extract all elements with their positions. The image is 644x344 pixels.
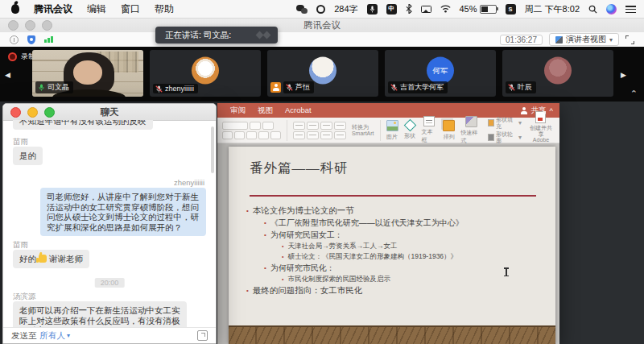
powerpoint-window: 审阅 视图 Acrobat 共享 ^ 转换为 SmartArt xyxy=(217,103,559,344)
participant-tile-siwenjing[interactable]: 司文晶 xyxy=(32,50,143,97)
participant-name: 叶辰 xyxy=(518,82,532,93)
meeting-window-title: 腾讯会议 xyxy=(0,19,644,31)
view-mode-button[interactable]: 演讲者视图 ▾ xyxy=(549,33,619,46)
bullet-item: •为何研究市民化： xyxy=(246,262,544,274)
paragraph-group[interactable] xyxy=(293,122,346,139)
wechat-icon[interactable] xyxy=(296,5,308,14)
font-group[interactable] xyxy=(222,122,281,139)
convert-smartart-button[interactable]: 转换为 SmartArt xyxy=(352,124,374,136)
shape-fill-label: 形状填充 xyxy=(496,117,517,130)
sender-name: zhenyiiiiii xyxy=(174,178,204,187)
app-ring-icon[interactable] xyxy=(316,5,325,14)
menu-window[interactable]: 窗口 xyxy=(121,2,140,16)
collapse-strip-chevron[interactable]: ⌃ xyxy=(630,89,638,99)
slide-title: 番外篇——科研 xyxy=(250,160,349,177)
chat-messages[interactable]: 不知道年谱中有没有该运动的反映 苗雨 是的 zhenyiiiiii 司老师您好，… xyxy=(3,120,216,328)
text-box-button[interactable]: 文本框 xyxy=(422,116,438,144)
dictation-icon[interactable] xyxy=(367,4,378,15)
bluetooth-icon[interactable] xyxy=(406,4,412,14)
bullet-item: •市民化制度探索的民国经验及启示 xyxy=(246,274,544,284)
chevron-down-icon: ▾ xyxy=(609,36,613,44)
security-shield-icon[interactable] xyxy=(27,35,35,44)
adobe-pdf-icon xyxy=(535,111,546,123)
speaking-toast: 正在讲话: 司文晶: xyxy=(155,27,278,44)
apple-menu-icon[interactable] xyxy=(11,4,19,14)
message-bubble: 老师可以再介绍一下在新生活运动中女工实际上对这些政策有什么反应吗，有没有消极的反… xyxy=(13,301,187,328)
wifi-icon[interactable] xyxy=(440,5,451,13)
menu-help[interactable]: 帮助 xyxy=(155,2,174,16)
slide-bullet-list: •本论文作为博士论文的一节 •《工厂依附型市民化研究——以近代天津女工为中心》 … xyxy=(246,205,544,296)
shape-outline-label: 形状轮廓 xyxy=(496,131,517,144)
quick-styles-button[interactable]: 快速样式 xyxy=(460,116,481,145)
message-text: 谢谢老师 xyxy=(49,254,83,263)
clock-status[interactable]: 周二 下午8:02 xyxy=(525,3,580,15)
shape-icon xyxy=(403,119,416,132)
ribbon-divider xyxy=(287,120,287,141)
quick-styles-label: 快速样式 xyxy=(460,129,481,145)
text-box-icon xyxy=(423,116,435,126)
insert-picture-button[interactable]: 图片 xyxy=(386,120,398,141)
slide-canvas-area: 番外篇——科研 •本论文作为博士论文的一节 •《工厂依附型市民化研究——以近代天… xyxy=(217,143,559,344)
chat-scrollbar[interactable] xyxy=(211,126,214,173)
tab-review[interactable]: 审阅 xyxy=(230,106,246,116)
input-language-icon[interactable]: 中 xyxy=(386,4,397,15)
chat-window: 聊天 不知道年谱中有没有该运动的反映 苗雨 是的 zhenyiiiiii 司老师… xyxy=(2,103,217,344)
slide-title-rule xyxy=(250,195,536,197)
shape-fill-button[interactable]: 形状填充 ▾ xyxy=(488,117,522,130)
next-participants-arrow[interactable]: ▶ xyxy=(621,71,626,79)
screen-mirroring-icon[interactable] xyxy=(421,6,431,13)
chat-title: 聊天 xyxy=(3,106,216,118)
bullet-item: •硕士论文：《民国天津女工的形象建构（1919-1936）》 xyxy=(246,251,544,262)
meeting-toolbar: 01:36:27 演讲者视图 ▾ xyxy=(0,32,644,48)
shape-outline-button[interactable]: 形状轮廓 ▾ xyxy=(488,131,522,144)
menu-app-name[interactable]: 腾讯会议 xyxy=(34,2,72,16)
slide[interactable]: 番外篇——科研 •本论文作为博士论文的一节 •《工厂依附型市民化研究——以近代天… xyxy=(229,147,555,344)
sogou-input-icon[interactable]: S xyxy=(506,4,516,15)
bullet-item: •为何研究民国女工： xyxy=(246,229,544,241)
brush-icon xyxy=(465,116,477,127)
text-cursor xyxy=(506,267,507,276)
participant-tile-zhenyi[interactable]: zhenyiiiiii xyxy=(150,50,261,97)
arrange-button[interactable]: 排列 xyxy=(443,120,455,141)
mic-muted-icon xyxy=(286,84,293,91)
message-text: 好的 xyxy=(19,254,36,263)
word-count-status[interactable]: 284字 xyxy=(334,3,357,15)
text-box-label: 文本框 xyxy=(422,128,438,144)
network-signal-icon[interactable] xyxy=(44,36,53,43)
bullet-item: •《工厂依附型市民化研究——以近代天津女工为中心》 xyxy=(246,217,544,229)
arrange-icon xyxy=(443,120,455,131)
chat-popout-icon[interactable] xyxy=(197,330,208,341)
participant-tile-luheng[interactable]: 芦恒 xyxy=(267,50,378,97)
send-to-selector[interactable]: 所有人 ▾ xyxy=(40,330,71,342)
spotlight-search-icon[interactable] xyxy=(588,5,597,14)
slide-wood-floor-graphic xyxy=(229,325,555,344)
smartart-label-2: SmartArt xyxy=(352,131,374,136)
prev-participants-arrow[interactable]: ◀ xyxy=(5,71,10,79)
menu-bar: 腾讯会议 编辑 窗口 帮助 284字 中 45% S 周二 下午8:02 xyxy=(0,0,644,19)
participant-name: 司文晶 xyxy=(47,82,69,93)
insert-shape-button[interactable]: 形状 xyxy=(404,120,416,140)
menu-edit[interactable]: 编辑 xyxy=(87,2,106,16)
avatar xyxy=(309,57,336,85)
control-center-icon[interactable] xyxy=(625,6,636,13)
video-strip: 录制中 ◀ 司文晶 zhenyiiiiii xyxy=(0,47,644,102)
battery-status[interactable]: 45% xyxy=(460,4,497,14)
message-bubble: 是的 xyxy=(13,147,43,165)
ribbon-divider xyxy=(380,120,381,141)
arrange-label: 排列 xyxy=(444,133,455,141)
siri-icon[interactable] xyxy=(606,4,617,15)
participant-name-pill: 司文晶 xyxy=(35,81,73,93)
avatar xyxy=(544,57,572,85)
tab-view[interactable]: 视图 xyxy=(258,106,273,116)
bullet-item: •最终的问题指向：女工市民化 xyxy=(246,284,544,296)
tab-acrobat[interactable]: Acrobat xyxy=(285,106,312,116)
meeting-window: 腾讯会议 01:36:27 演讲者视图 ▾ 正在讲话: 司文晶: 录制中 ◀ xyxy=(0,18,644,344)
timestamp-badge: 20:00 xyxy=(95,278,125,288)
speaking-toast-text: 正在讲话: 司文晶: xyxy=(155,30,231,41)
participant-tile-yechen[interactable]: 叶辰 xyxy=(502,50,613,97)
chat-titlebar: 聊天 xyxy=(3,104,216,121)
participant-tile-hejun[interactable]: 何军 吉首大学何军 xyxy=(385,50,496,97)
fullscreen-icon[interactable] xyxy=(625,35,634,44)
meeting-timer: 01:36:27 xyxy=(500,35,543,45)
meeting-info-icon[interactable] xyxy=(10,35,19,44)
